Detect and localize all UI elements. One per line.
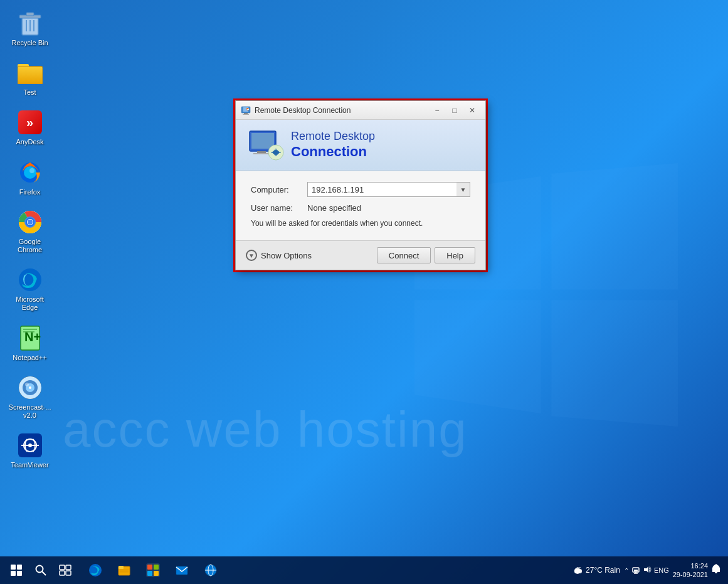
dialog-minimize-button[interactable]: − xyxy=(429,104,445,117)
taskbar-browser-item[interactable] xyxy=(197,556,224,584)
dialog-window-controls: − □ ✕ xyxy=(429,104,480,117)
svg-point-32 xyxy=(28,443,32,447)
sound-icon[interactable] xyxy=(643,565,652,576)
clock-time: 16:24 xyxy=(673,561,708,570)
svg-rect-60 xyxy=(154,571,159,576)
svg-rect-58 xyxy=(154,565,159,570)
desktop-icons: Recycle Bin Test xyxy=(6,6,53,473)
svg-rect-21 xyxy=(23,329,37,330)
desktop-icon-firefox[interactable]: Firefox xyxy=(6,156,53,200)
dialog-header-line1: Remote Desktop xyxy=(291,130,375,144)
recycle-bin-icon xyxy=(17,10,43,36)
microsoft-edge-label: Microsoft Edge xyxy=(9,295,51,312)
svg-rect-36 xyxy=(243,114,249,115)
desktop-icon-recycle-bin[interactable]: Recycle Bin xyxy=(6,6,53,51)
taskbar-weather[interactable]: 27°C Rain xyxy=(572,565,620,576)
taskbar-store-item[interactable] xyxy=(139,556,167,584)
svg-rect-42 xyxy=(253,153,270,154)
firefox-label: Firefox xyxy=(19,188,41,196)
rdp-dialog-highlight: Remote Desktop Connection − □ ✕ xyxy=(233,98,488,272)
desktop-icon-google-chrome[interactable]: Google Chrome xyxy=(6,205,53,258)
language-indicator[interactable]: ENG xyxy=(654,566,669,574)
taskbar: 27°C Rain ⌃ xyxy=(0,556,728,584)
help-button[interactable]: Help xyxy=(435,247,475,263)
svg-rect-70 xyxy=(634,570,638,571)
start-button[interactable] xyxy=(3,556,30,584)
svg-rect-53 xyxy=(119,566,124,569)
taskbar-mail-item[interactable] xyxy=(168,556,196,584)
notifications-button[interactable] xyxy=(712,564,720,577)
google-chrome-icon xyxy=(17,209,43,235)
teamviewer-label: TeamViewer xyxy=(11,461,48,469)
desktop-icon-test[interactable]: Test xyxy=(6,56,53,100)
svg-point-45 xyxy=(36,566,43,573)
connect-button[interactable]: Connect xyxy=(377,247,431,263)
google-chrome-label: Google Chrome xyxy=(9,238,51,254)
screencast-label: Screencast-... v2.0 xyxy=(9,403,51,420)
taskbar-search-button[interactable] xyxy=(30,560,51,581)
svg-rect-57 xyxy=(147,565,152,570)
test-folder-icon xyxy=(17,60,43,86)
dialog-action-buttons: Connect Help xyxy=(377,247,475,263)
taskbar-pinned-items xyxy=(82,556,224,584)
svg-rect-55 xyxy=(120,571,129,573)
taskbar-task-view-button[interactable] xyxy=(51,556,79,584)
taskbar-clock[interactable]: 16:24 29-09-2021 xyxy=(673,561,708,580)
network-icon[interactable] xyxy=(631,565,640,576)
taskbar-system-tray: 27°C Rain ⌃ xyxy=(572,561,725,580)
test-label: Test xyxy=(23,88,36,97)
screencast-icon xyxy=(17,374,43,401)
svg-rect-54 xyxy=(120,570,129,571)
anydesk-label: AnyDesk xyxy=(16,138,43,146)
show-options-label: Show Options xyxy=(261,251,312,260)
weather-icon xyxy=(572,565,583,576)
dialog-body: Computer: ▼ User name: None specified Yo… xyxy=(236,171,485,240)
svg-line-46 xyxy=(42,571,46,575)
svg-rect-49 xyxy=(60,571,65,575)
weather-text: 27°C Rain xyxy=(586,566,620,575)
svg-point-17 xyxy=(28,220,33,225)
dialog-footer: ▼ Show Options Connect Help xyxy=(236,240,485,270)
dialog-header-title: Remote Desktop Connection xyxy=(291,130,375,160)
clock-date: 29-09-2021 xyxy=(673,570,708,579)
desktop-icon-screencast[interactable]: Screencast-... v2.0 xyxy=(6,371,53,423)
svg-point-28 xyxy=(29,386,31,389)
svg-rect-47 xyxy=(60,565,65,570)
microsoft-edge-icon xyxy=(17,267,43,293)
firefox-icon xyxy=(17,159,43,186)
notification-area: ⌃ xyxy=(624,565,669,576)
desktop-icon-anydesk[interactable]: » AnyDesk xyxy=(6,105,53,150)
computer-input[interactable] xyxy=(307,182,470,197)
svg-rect-2 xyxy=(26,13,34,16)
svg-rect-35 xyxy=(244,113,248,114)
svg-rect-61 xyxy=(176,566,187,575)
credentials-info-text: You will be asked for credentials when y… xyxy=(251,219,470,228)
computer-label: Computer: xyxy=(251,185,307,194)
svg-rect-66 xyxy=(574,569,582,573)
svg-rect-50 xyxy=(66,571,71,575)
notepadpp-label: Notepad++ xyxy=(13,354,46,362)
dialog-title: Remote Desktop Connection xyxy=(255,106,429,115)
desktop-icon-teamviewer[interactable]: TeamViewer xyxy=(6,428,53,473)
username-field: User name: None specified xyxy=(251,203,470,213)
dialog-close-button[interactable]: ✕ xyxy=(464,104,480,117)
username-label: User name: xyxy=(251,203,307,213)
dialog-header-line2: Connection xyxy=(291,144,375,160)
svg-rect-8 xyxy=(18,66,43,84)
desktop-icon-microsoft-edge[interactable]: Microsoft Edge xyxy=(6,263,53,316)
rdp-title-icon xyxy=(241,105,251,115)
desktop: accc web hosting Recycle Bin xyxy=(0,0,728,584)
dialog-maximize-button[interactable]: □ xyxy=(446,104,463,117)
taskbar-explorer-item[interactable] xyxy=(110,556,138,584)
desktop-icon-notepadpp[interactable]: N+ Notepad++ xyxy=(6,321,53,366)
taskbar-edge-item[interactable] xyxy=(82,556,109,584)
rdp-header-icon xyxy=(248,130,281,160)
computer-field: Computer: ▼ xyxy=(251,182,470,197)
svg-rect-48 xyxy=(66,565,71,570)
notepadpp-icon: N+ xyxy=(17,325,43,351)
computer-dropdown-button[interactable]: ▼ xyxy=(456,182,470,197)
show-hidden-icons-button[interactable]: ⌃ xyxy=(624,567,629,574)
show-options-button[interactable]: ▼ Show Options xyxy=(246,250,312,261)
anydesk-icon: » xyxy=(17,109,43,135)
rdp-dialog-container: Remote Desktop Connection − □ ✕ xyxy=(233,98,488,272)
